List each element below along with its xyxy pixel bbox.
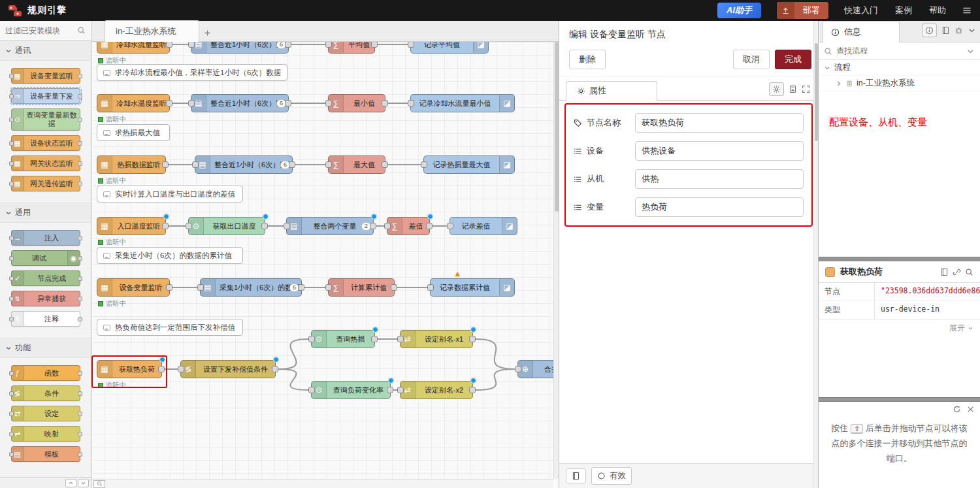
sidebar-splitter-2[interactable]	[819, 397, 980, 402]
input-port[interactable]	[397, 336, 404, 342]
output-port[interactable]	[166, 100, 172, 106]
edit-properties-icon-button[interactable]	[769, 82, 784, 96]
delete-button[interactable]: 删除	[569, 50, 606, 69]
help-icon-button[interactable]	[941, 26, 950, 35]
input-port[interactable]	[515, 366, 521, 372]
input-port[interactable]	[188, 100, 195, 106]
output-port[interactable]	[371, 336, 378, 342]
output-port[interactable]	[166, 42, 172, 48]
output-port[interactable]	[158, 366, 165, 372]
top-nav-link[interactable]: 帮助	[929, 5, 946, 16]
ai-assistant-button[interactable]: AI助手	[717, 3, 761, 18]
palette-node[interactable]: ƒ函数	[11, 365, 80, 381]
fullscreen-icon-button[interactable]	[802, 85, 810, 93]
editor-field-input[interactable]	[635, 113, 804, 133]
flow-node-query[interactable]: ⊙获取出口温度	[188, 217, 265, 235]
flow-node-join[interactable]: ▤整合近1小时（6次）数据6	[191, 94, 289, 112]
output-port[interactable]	[382, 161, 388, 168]
node-locate-icon-button[interactable]	[965, 268, 973, 276]
input-port[interactable]	[325, 100, 332, 106]
info-tab[interactable]: 信息	[823, 21, 900, 42]
palette-node[interactable]: ✓节点完成	[11, 270, 80, 286]
comment-node[interactable]: 求冷却水流程最小值，采样率近1小时（6次）数据	[97, 64, 287, 81]
refresh-icon-button[interactable]	[953, 405, 961, 414]
input-port[interactable]	[408, 100, 414, 106]
flow-node-join[interactable]: ▤整合近1小时（6次）数据6	[195, 155, 293, 174]
info-icon-button[interactable]	[922, 24, 937, 37]
input-port[interactable]	[384, 223, 391, 229]
flow-node-record[interactable]: ◪记录热损量最大值	[423, 155, 515, 174]
done-button[interactable]: 完成	[775, 50, 811, 69]
debug-icon-button[interactable]	[955, 26, 963, 35]
flow-node-setvar[interactable]: ⇄设定别名-x2	[400, 381, 473, 399]
expand-link[interactable]: 展开	[819, 319, 980, 337]
palette-node[interactable]: ≶条件	[11, 385, 80, 401]
comment-node[interactable]: 实时计算入口温度与出口温度的差值	[97, 186, 243, 203]
output-port[interactable]	[289, 161, 295, 168]
menu-icon[interactable]	[962, 5, 972, 16]
tree-item[interactable]: 流程	[819, 60, 980, 76]
input-port[interactable]	[397, 387, 404, 393]
input-port[interactable]	[447, 223, 453, 229]
flow-node-calc[interactable]: ∑差值	[387, 217, 430, 235]
editor-field-input[interactable]	[635, 169, 804, 189]
flow-node-device[interactable]: ▦冷却水流量监听	[97, 42, 170, 54]
flow-node-device[interactable]: ▦设备变量监听	[97, 278, 170, 297]
output-port[interactable]	[162, 223, 169, 229]
input-port[interactable]	[325, 284, 332, 291]
cancel-button[interactable]: 取消	[733, 50, 770, 69]
editor-field-input[interactable]	[635, 141, 804, 161]
wire[interactable]	[278, 369, 308, 390]
palette-node[interactable]: ⊙查询变量最新数据	[11, 108, 80, 131]
flow-node-record[interactable]: ◪记录平均值	[410, 42, 489, 54]
flow-canvas[interactable]: ▦冷却水流量监听监听中▤整合近1小时（6次）数据6∑平均值◪记录平均值求冷却水流…	[91, 42, 553, 479]
flow-node-device[interactable]: ▦入口温度监听	[97, 217, 166, 235]
input-port[interactable]	[178, 366, 184, 372]
flow-node-join[interactable]: ▤整合近1小时（6次）数据6	[191, 42, 289, 54]
palette-node[interactable]: ⇄设定	[11, 406, 80, 421]
output-port[interactable]	[387, 387, 393, 393]
wire[interactable]	[476, 369, 515, 390]
palette-search-input[interactable]	[5, 26, 74, 35]
top-nav-link[interactable]: 案例	[895, 5, 912, 16]
sidebar-menu-chevron[interactable]	[968, 26, 976, 35]
output-port[interactable]	[285, 42, 291, 48]
palette-node[interactable]: ▦网关透传监听	[11, 176, 80, 191]
add-flow-button[interactable]	[203, 29, 212, 37]
palette-section-header[interactable]: 通用	[0, 203, 91, 223]
output-port[interactable]	[166, 284, 172, 291]
input-port[interactable]	[308, 387, 315, 393]
palette-node[interactable]: ▦设备状态监听	[11, 135, 80, 151]
input-port[interactable]	[188, 42, 195, 48]
comment-node[interactable]: 求热损最大值	[97, 124, 170, 141]
deploy-button[interactable]: 部署	[777, 2, 828, 19]
input-port[interactable]	[408, 42, 414, 48]
input-port[interactable]	[192, 161, 199, 168]
palette-node[interactable]: ▤模板	[11, 446, 80, 462]
top-nav-link[interactable]: 快速入门	[844, 5, 878, 16]
input-port[interactable]	[427, 284, 434, 291]
docs-button[interactable]	[566, 468, 586, 483]
flow-node-calc[interactable]: ∑平均值	[328, 42, 375, 54]
expand-all-button[interactable]	[78, 479, 89, 487]
collapse-all-button[interactable]	[65, 479, 76, 487]
editor-field-input[interactable]	[635, 197, 804, 217]
canvas-search-button[interactable]	[93, 480, 105, 488]
sidebar-splitter[interactable]	[819, 257, 980, 261]
flow-node-calc[interactable]: ∑最小值	[328, 94, 385, 112]
flow-node-device[interactable]: ▦热损数据监听	[97, 155, 166, 174]
palette-node[interactable]: →注入	[11, 230, 80, 246]
node-enabled-toggle[interactable]: 有效	[591, 467, 632, 485]
input-port[interactable]	[325, 161, 332, 168]
flow-node-record[interactable]: ◪记录冷却水流量最小值	[410, 94, 515, 112]
palette-node[interactable]: ◉调试	[11, 250, 80, 266]
tree-item[interactable]: in-工业热水系统	[819, 76, 980, 91]
flow-node-cond[interactable]: ≶设置下发补偿值条件	[180, 360, 276, 378]
flow-node-setvar[interactable]: ⇄设定别名-x1	[400, 330, 473, 348]
output-port[interactable]	[371, 42, 378, 48]
flow-node-merge[interactable]: ⊕合并数	[517, 360, 553, 378]
palette-section-header[interactable]: 通讯	[0, 41, 91, 61]
flow-node-join[interactable]: ▤整合两个变量2	[286, 217, 374, 235]
flow-tab[interactable]: in-工业热水系统	[105, 20, 199, 42]
flow-node-query[interactable]: ⊙查询热损	[311, 330, 375, 348]
